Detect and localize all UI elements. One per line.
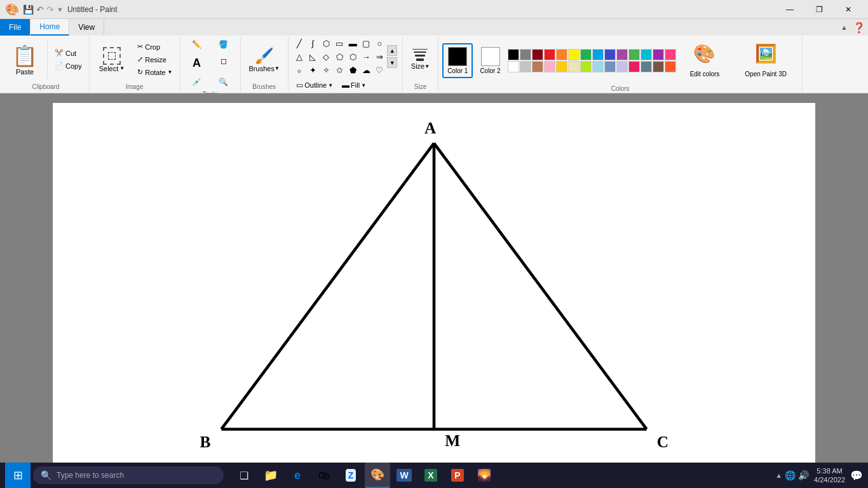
crop-button[interactable]: ✂ Crop — [134, 41, 175, 53]
palette-yellow[interactable] — [568, 49, 580, 60]
palette-brown[interactable] — [532, 61, 543, 72]
palette-white[interactable] — [508, 61, 519, 72]
palette-sienna[interactable] — [653, 61, 664, 72]
palette-lightgray[interactable] — [520, 61, 531, 72]
ms-store-button[interactable]: 🛍 — [311, 463, 337, 488]
tab-home[interactable]: Home — [31, 19, 69, 36]
ribbon-collapse-icon[interactable]: ▲ — [841, 24, 848, 31]
shapes-scroll-up[interactable]: ▲ — [387, 45, 397, 56]
palette-lavender[interactable] — [616, 61, 628, 72]
pentagon-shape[interactable]: ⬠ — [333, 50, 346, 63]
shape-3a[interactable]: ⬦ — [293, 64, 306, 76]
palette-pink2[interactable] — [665, 49, 676, 60]
hexagon-shape[interactable]: ⬡ — [346, 50, 359, 63]
customize-icon[interactable]: ▼ — [57, 6, 64, 13]
excel-button[interactable]: X — [418, 463, 444, 488]
arrow-shape2[interactable]: ⇒ — [373, 50, 386, 63]
triangle-shape[interactable]: △ — [293, 50, 306, 63]
tray-arrow-icon[interactable]: ▲ — [775, 471, 782, 479]
palette-deeporange[interactable] — [665, 61, 676, 72]
ellipse-shape[interactable]: ○ — [373, 37, 386, 50]
rect-shape[interactable]: ▭ — [333, 37, 346, 50]
eraser-button[interactable]: ◻ — [211, 53, 236, 73]
notification-icon[interactable]: 💬 — [850, 470, 863, 482]
zalo-button[interactable]: Z — [338, 463, 363, 488]
palette-black[interactable] — [508, 49, 519, 60]
color2-button[interactable]: Color 2 — [475, 44, 505, 78]
outline-button[interactable]: ▭ Outline ▼ — [293, 79, 336, 92]
palette-orange[interactable] — [556, 49, 567, 60]
palette-cyan[interactable] — [641, 49, 652, 60]
cut-button[interactable]: ✂️ Cut — [51, 47, 85, 59]
right-triangle[interactable]: ◺ — [306, 50, 319, 63]
palette-violet[interactable] — [653, 49, 664, 60]
task-view-button[interactable]: ❏ — [231, 463, 257, 488]
palette-magenta[interactable] — [628, 61, 640, 72]
search-bar[interactable]: 🔍 Type here to search — [33, 466, 224, 484]
rect-shape2[interactable]: ▬ — [346, 37, 359, 50]
drawing-canvas[interactable]: A B C M — [53, 103, 815, 472]
palette-green[interactable] — [580, 49, 592, 60]
select-button[interactable]: Select ▼ — [93, 44, 131, 76]
color-picker-button[interactable]: 💉 — [184, 74, 210, 90]
paint-button[interactable]: 🎨 — [365, 463, 390, 488]
volume-icon[interactable]: 🔊 — [798, 470, 809, 480]
curve-shape[interactable]: ∫ — [306, 37, 319, 50]
palette-red[interactable] — [544, 49, 555, 60]
palette-gold[interactable] — [556, 61, 567, 72]
palette-lime[interactable] — [628, 49, 640, 60]
close-button[interactable]: ✕ — [834, 0, 863, 19]
open-paint3d-button[interactable]: 🖼️ Open Paint 3D — [733, 37, 798, 84]
paste-button[interactable]: 📋 Paste — [6, 41, 43, 79]
start-button[interactable]: ⊞ — [5, 463, 31, 488]
clock[interactable]: 5:38 AM 4/24/2022 — [814, 466, 845, 485]
arrow-right[interactable]: → — [360, 50, 372, 63]
redo-icon[interactable]: ↷ — [46, 4, 54, 15]
word-button[interactable]: W — [391, 463, 417, 488]
edge-button[interactable]: e — [285, 463, 310, 488]
fill-button[interactable]: ▬ Fill ▼ — [339, 79, 369, 92]
palette-blue[interactable] — [592, 49, 604, 60]
pencil-button[interactable]: ✏️ — [184, 37, 210, 52]
minimize-button[interactable]: — — [775, 0, 804, 19]
help-icon[interactable]: ❓ — [853, 22, 865, 34]
shape-3b[interactable]: ✦ — [306, 64, 319, 76]
magnifier-button[interactable]: 🔍 — [211, 74, 236, 90]
shape-3f[interactable]: ☁ — [360, 64, 372, 76]
tab-view[interactable]: View — [69, 19, 104, 36]
palette-darkred[interactable] — [532, 49, 543, 60]
shape-3g[interactable]: ♡ — [373, 64, 386, 76]
freeform-shape[interactable]: ⬡ — [320, 37, 332, 50]
shape-3d[interactable]: ✩ — [333, 64, 346, 76]
brushes-button[interactable]: 🖌️ Brushes ▼ — [245, 44, 284, 76]
tab-file[interactable]: File — [0, 19, 31, 36]
shapes-scroll-down[interactable]: ▼ — [387, 57, 397, 68]
palette-steelblue[interactable] — [604, 61, 616, 72]
resize-button[interactable]: ⤢ Resize — [134, 53, 175, 65]
undo-icon[interactable]: ↶ — [36, 4, 44, 15]
palette-slate[interactable] — [641, 61, 652, 72]
palette-tan[interactable] — [568, 61, 580, 72]
edit-colors-button[interactable]: 🎨 Edit colors — [679, 37, 731, 84]
line-shape[interactable]: ╱ — [293, 37, 306, 50]
palette-chartreuse[interactable] — [580, 61, 592, 72]
text-button[interactable]: A — [184, 53, 210, 73]
file-explorer-button[interactable]: 📁 — [258, 463, 283, 488]
photos-button[interactable]: 🌄 — [471, 463, 497, 488]
size-button[interactable]: Size ▼ — [407, 46, 434, 73]
palette-gray[interactable] — [520, 49, 531, 60]
rounded-rect[interactable]: ▢ — [360, 37, 372, 50]
copy-button[interactable]: 📄 Copy — [51, 60, 85, 72]
color1-button[interactable]: Color 1 — [442, 43, 473, 78]
rotate-button[interactable]: ↻ Rotate ▼ — [134, 66, 175, 78]
shape-3e[interactable]: ⬟ — [346, 64, 359, 76]
palette-skyblue[interactable] — [592, 61, 604, 72]
network-icon[interactable]: 🌐 — [785, 470, 796, 480]
ppt-button[interactable]: P — [445, 463, 470, 488]
fill-bucket-button[interactable]: 🪣 — [211, 37, 236, 52]
shape-3c[interactable]: ✧ — [320, 64, 332, 76]
restore-button[interactable]: ❐ — [804, 0, 834, 19]
save-icon[interactable]: 💾 — [23, 4, 34, 15]
diamond-shape[interactable]: ◇ — [320, 50, 332, 63]
palette-lightpink[interactable] — [544, 61, 555, 72]
